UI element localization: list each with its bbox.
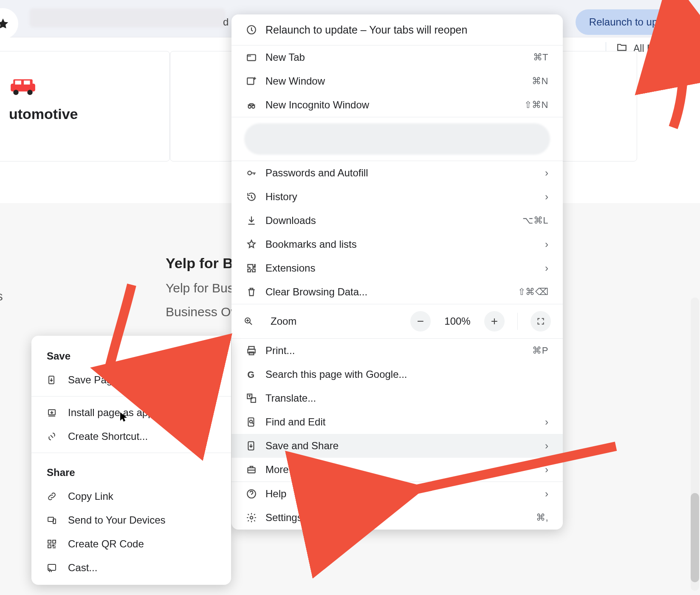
bg-col2: Yelp for B Yelp for Bus Business Ow: [166, 255, 240, 319]
svg-rect-8: [247, 78, 254, 84]
menu-separator: [31, 396, 231, 397]
tab-icon: [246, 52, 265, 63]
menu-translate[interactable]: Translate...: [231, 386, 563, 410]
zoom-out-button[interactable]: −: [410, 311, 431, 332]
chevron-right-icon: ›: [545, 238, 548, 250]
menu-find-edit-label: Find and Edit: [265, 416, 545, 428]
svg-point-3: [27, 90, 32, 95]
menu-new-tab[interactable]: New Tab ⌘T: [231, 45, 563, 69]
category-card[interactable]: utomotive: [0, 51, 170, 162]
menu-downloads[interactable]: Downloads ⌥⌘L: [231, 209, 563, 232]
mouse-cursor-icon: [119, 411, 128, 425]
save-page-icon: [47, 375, 59, 385]
chevron-right-icon: ›: [545, 191, 548, 203]
menu-bookmarks[interactable]: Bookmarks and lists ›: [231, 232, 563, 256]
menu-new-window[interactable]: New Window ⌘N: [231, 69, 563, 93]
menu-find-edit[interactable]: Find and Edit ›: [231, 410, 563, 434]
bg-col2-title: Yelp for B: [166, 255, 240, 272]
svg-rect-7: [247, 55, 256, 61]
incognito-icon: [246, 99, 265, 110]
zoom-icon: [243, 316, 263, 326]
help-icon: [246, 488, 265, 499]
svg-point-24: [250, 516, 253, 519]
submenu-send-devices[interactable]: Send to Your Devices: [31, 508, 231, 532]
qr-icon: [47, 539, 59, 549]
key-icon: [246, 167, 265, 178]
menu-settings-shortcut: ⌘,: [536, 512, 548, 523]
svg-rect-5: [24, 81, 30, 85]
menu-incognito-label: New Incognito Window: [265, 99, 524, 111]
bg-col2-line2: Business Ow: [166, 305, 240, 319]
menu-passwords-label: Passwords and Autofill: [265, 167, 545, 179]
submenu-copy-link[interactable]: Copy Link: [31, 484, 231, 508]
submenu-cast[interactable]: Cast...: [31, 556, 231, 580]
svg-point-9: [248, 105, 251, 108]
menu-history-label: History: [265, 191, 545, 203]
shortcut-icon: [47, 431, 59, 442]
profile-row-blurred[interactable]: [244, 123, 550, 155]
zoom-value: 100%: [438, 315, 477, 327]
submenu-create-shortcut[interactable]: Create Shortcut...: [31, 425, 231, 448]
download-icon: [246, 215, 265, 226]
menu-incognito[interactable]: New Incognito Window ⇧⌘N: [231, 93, 563, 117]
svg-rect-31: [48, 545, 51, 548]
svg-rect-19: [248, 418, 254, 426]
svg-point-10: [252, 105, 255, 108]
menu-history[interactable]: History ›: [231, 185, 563, 209]
menu-relaunch-update[interactable]: Relaunch to update – Your tabs will reop…: [231, 14, 563, 45]
menu-zoom-row: Zoom − 100% +: [231, 304, 563, 338]
find-icon: [246, 416, 265, 428]
menu-new-window-label: New Window: [265, 75, 532, 87]
annotation-arrow-top: [650, 21, 700, 133]
fullscreen-button[interactable]: [531, 311, 551, 332]
menu-print[interactable]: Print... ⌘P: [231, 339, 563, 363]
svg-rect-4: [15, 81, 21, 85]
menu-search-google[interactable]: G Search this page with Google...: [231, 363, 563, 386]
menu-separator: [231, 117, 563, 117]
annotation-arrow-mid: [382, 434, 624, 507]
star-icon: [0, 17, 9, 30]
menu-new-window-shortcut: ⌘N: [532, 76, 548, 87]
menu-new-tab-shortcut: ⌘T: [533, 52, 548, 63]
submenu-create-qr-label: Create QR Code: [68, 538, 144, 550]
translate-icon: [246, 393, 265, 404]
gear-icon: [246, 512, 265, 523]
menu-print-shortcut: ⌘P: [532, 345, 548, 356]
submenu-share-header: Share: [31, 457, 231, 484]
svg-rect-32: [48, 564, 56, 570]
menu-incognito-shortcut: ⇧⌘N: [524, 99, 548, 110]
submenu-send-devices-label: Send to Your Devices: [68, 514, 166, 526]
puzzle-icon: [246, 263, 265, 274]
menu-clear-data-label: Clear Browsing Data...: [265, 286, 518, 298]
address-bar-blur: [30, 8, 225, 27]
menu-clear-data[interactable]: Clear Browsing Data... ⇧⌘⌫: [231, 280, 563, 304]
annotation-arrow-sub: [93, 280, 153, 384]
submenu-save-page-shortcut: ⌘S: [200, 374, 216, 385]
svg-point-2: [13, 90, 18, 95]
bg-col2-line1: Yelp for Bus: [166, 281, 240, 295]
chevron-right-icon: ›: [545, 167, 548, 179]
menu-settings[interactable]: Settings ⌘,: [231, 506, 563, 530]
submenu-create-qr[interactable]: Create QR Code: [31, 532, 231, 556]
menu-extensions[interactable]: Extensions ›: [231, 256, 563, 280]
submenu-cast-label: Cast...: [68, 562, 97, 574]
bookmark-star-circle[interactable]: [0, 8, 18, 39]
svg-text:G: G: [247, 369, 254, 380]
cast-icon: [47, 563, 59, 573]
menu-new-tab-label: New Tab: [265, 51, 533, 63]
link-icon: [47, 491, 59, 502]
menu-passwords[interactable]: Passwords and Autofill ›: [231, 161, 563, 185]
toolbox-icon: [246, 464, 265, 475]
scrollbar-thumb[interactable]: [691, 493, 699, 582]
chevron-right-icon: ›: [545, 262, 548, 274]
svg-rect-30: [53, 540, 56, 543]
fullscreen-icon: [536, 317, 545, 326]
star-icon: [246, 239, 265, 250]
submenu-copy-link-label: Copy Link: [68, 490, 113, 502]
menu-print-label: Print...: [265, 345, 532, 357]
submenu-install-app[interactable]: Install page as app...: [31, 401, 231, 425]
car-icon: [9, 77, 144, 100]
zoom-in-button[interactable]: +: [484, 311, 505, 332]
svg-rect-28: [53, 519, 56, 524]
save-page-icon: [246, 440, 265, 451]
